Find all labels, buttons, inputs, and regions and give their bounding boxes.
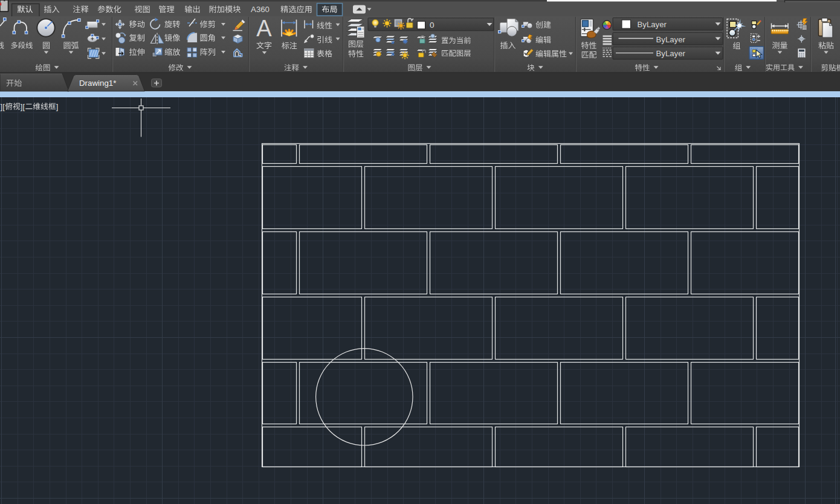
svg-text:0: 0 [430, 21, 435, 30]
svg-text:[: [ [2, 102, 5, 111]
svg-text:[: [ [23, 102, 25, 111]
svg-text:ByLayer: ByLayer [656, 35, 686, 44]
svg-text:ByLayer: ByLayer [638, 20, 667, 29]
svg-text:A: A [256, 16, 272, 41]
svg-text:Drawing1*: Drawing1* [79, 79, 116, 88]
svg-text:A360: A360 [251, 5, 270, 14]
svg-text:]: ] [56, 102, 59, 111]
svg-text:ByLayer: ByLayer [656, 49, 686, 58]
